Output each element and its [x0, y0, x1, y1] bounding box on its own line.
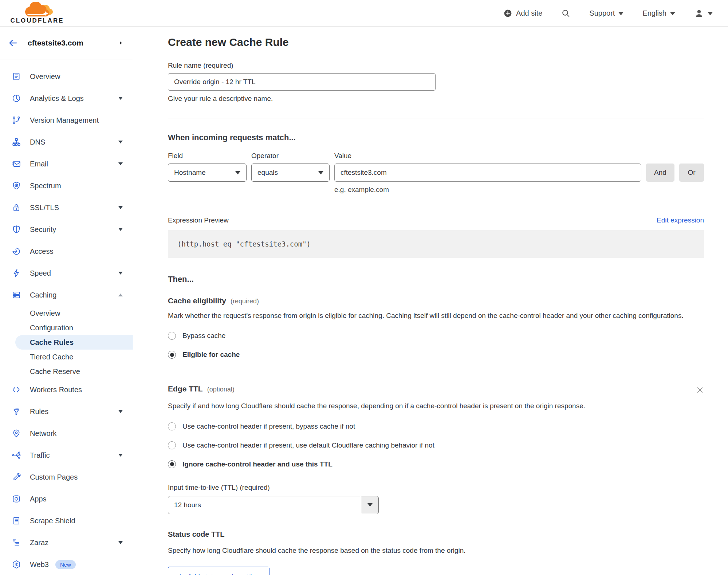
- sidebar-item-traffic[interactable]: Traffic: [0, 444, 133, 466]
- sidebar-item-speed[interactable]: Speed: [0, 262, 133, 284]
- location-pin-icon: [12, 429, 21, 438]
- radio-option-eligible-for-cache[interactable]: Eligible for cache: [168, 351, 704, 359]
- rule-name-hint: Give your rule a descriptive name.: [168, 95, 704, 103]
- radio-button-selected[interactable]: [168, 351, 176, 359]
- operator-label: Operator: [251, 152, 330, 160]
- back-arrow-icon[interactable]: [8, 38, 18, 48]
- filter-funnel-icon: [12, 407, 21, 416]
- sitemap-icon: [12, 137, 21, 147]
- ttl-input-label: Input time-to-live (TTL) (required): [168, 484, 704, 492]
- sidebar-subitem-label: Tiered Cache: [30, 353, 73, 361]
- support-menu[interactable]: Support: [589, 9, 623, 17]
- sidebar: cftestsite3.com Overview Analytics & Log…: [0, 27, 133, 575]
- radio-option-bypass-if-no-header[interactable]: Use cache-control header if present, byp…: [168, 422, 704, 430]
- sidebar-item-label: Version Management: [30, 116, 99, 125]
- sidebar-item-apps[interactable]: Apps: [0, 488, 133, 510]
- radio-button[interactable]: [168, 441, 176, 449]
- radio-button[interactable]: [168, 332, 176, 340]
- chevron-down-icon: [708, 12, 713, 15]
- radio-label[interactable]: Use cache-control header if present, use…: [182, 441, 434, 449]
- sidebar-subitem-label: Configuration: [30, 324, 73, 332]
- sidebar-item-caching[interactable]: Caching: [0, 284, 133, 306]
- sidebar-item-ssl-tls[interactable]: SSL/TLS: [0, 197, 133, 218]
- chevron-down-icon: [618, 12, 623, 15]
- sidebar-item-label: Traffic: [30, 451, 50, 460]
- radio-option-ignore-header-use-ttl[interactable]: Ignore cache-control header and use this…: [168, 460, 704, 468]
- cache-eligibility-description: Mark whether the request's response from…: [168, 310, 704, 321]
- radio-button-selected[interactable]: [168, 460, 176, 468]
- cache-eligibility-heading: Cache eligibility: [168, 296, 226, 305]
- ttl-select-arrow-button[interactable]: [361, 496, 378, 514]
- radio-option-bypass-cache[interactable]: Bypass cache: [168, 332, 704, 340]
- value-input[interactable]: [334, 164, 641, 182]
- close-icon: [696, 386, 704, 394]
- cloudflare-logo[interactable]: CLOUDFLARE: [7, 2, 68, 24]
- sidebar-item-label: DNS: [30, 138, 45, 146]
- sidebar-item-label: Network: [30, 429, 56, 438]
- sidebar-subitem-configuration[interactable]: Configuration: [0, 320, 133, 335]
- add-status-code-setting-label: Add status code setting: [188, 573, 260, 575]
- radio-label[interactable]: Use cache-control header if present, byp…: [182, 422, 355, 430]
- sidebar-item-network[interactable]: Network: [0, 422, 133, 444]
- sidebar-item-version-management[interactable]: Version Management: [0, 109, 133, 131]
- field-select-value: Hostname: [174, 169, 206, 177]
- ttl-select[interactable]: 12 hours: [168, 496, 379, 514]
- cloudflare-wordmark: CLOUDFLARE: [10, 17, 64, 24]
- sidebar-subitem-tiered-cache[interactable]: Tiered Cache: [0, 350, 133, 364]
- site-switcher[interactable]: cftestsite3.com: [0, 27, 133, 59]
- lightning-bolt-icon: [12, 268, 21, 278]
- add-status-code-setting-button[interactable]: + Add status code setting: [168, 567, 269, 575]
- chevron-right-icon: [118, 40, 123, 46]
- sidebar-item-rules[interactable]: Rules: [0, 401, 133, 422]
- expression-preview-label: Expression Preview: [168, 216, 229, 224]
- sidebar-item-zaraz[interactable]: Zaraz: [0, 532, 133, 554]
- radio-label[interactable]: Bypass cache: [182, 332, 225, 340]
- cache-eligibility-heading-row: Cache eligibility (required): [168, 296, 704, 305]
- radio-button[interactable]: [168, 422, 176, 430]
- sidebar-item-spectrum[interactable]: Spectrum: [0, 175, 133, 197]
- account-menu[interactable]: [694, 8, 713, 18]
- sidebar-item-overview[interactable]: Overview: [0, 66, 133, 87]
- radio-label[interactable]: Eligible for cache: [182, 351, 240, 359]
- search-button[interactable]: [561, 9, 570, 18]
- edge-ttl-description: Specify if and how long Cloudflare shoul…: [168, 401, 598, 411]
- sidebar-item-label: Analytics & Logs: [30, 94, 84, 103]
- radio-label[interactable]: Ignore cache-control header and use this…: [182, 460, 332, 468]
- field-select[interactable]: Hostname: [168, 164, 247, 182]
- radio-option-default-caching-behavior[interactable]: Use cache-control header if present, use…: [168, 441, 704, 449]
- sidebar-item-workers-routes[interactable]: Workers Routes: [0, 379, 133, 401]
- field-label: Field: [168, 152, 247, 160]
- sidebar-item-dns[interactable]: DNS: [0, 131, 133, 153]
- sidebar-subitem-cache-rules[interactable]: Cache Rules: [15, 335, 133, 350]
- remove-edge-ttl-button[interactable]: [696, 386, 704, 395]
- sidebar-item-web3[interactable]: Web3 New: [0, 554, 133, 575]
- envelope-icon: [12, 159, 21, 169]
- sidebar-subitem-caching-overview[interactable]: Overview: [0, 306, 133, 320]
- add-site-button[interactable]: Add site: [503, 9, 542, 18]
- sidebar-item-label: Apps: [30, 495, 47, 503]
- status-code-ttl-description: Specify how long Cloudflare should cache…: [168, 545, 704, 556]
- sidebar-item-analytics-logs[interactable]: Analytics & Logs: [0, 87, 133, 109]
- sidebar-item-security[interactable]: Security: [0, 218, 133, 240]
- sidebar-item-scrape-shield[interactable]: Scrape Shield: [0, 510, 133, 532]
- sidebar-subitem-cache-reserve[interactable]: Cache Reserve: [0, 364, 133, 379]
- rule-name-input[interactable]: [168, 73, 436, 91]
- language-label: English: [642, 9, 666, 17]
- sidebar-item-email[interactable]: Email: [0, 153, 133, 175]
- operator-select[interactable]: equals: [251, 164, 330, 182]
- language-menu[interactable]: English: [642, 9, 675, 17]
- share-network-icon: [12, 450, 21, 460]
- sidebar-item-access[interactable]: Access: [0, 240, 133, 262]
- sidebar-item-label: Caching: [30, 291, 56, 299]
- and-button[interactable]: And: [646, 164, 674, 182]
- section-divider: [168, 372, 704, 372]
- rule-name-label: Rule name (required): [168, 62, 704, 70]
- pie-chart-icon: [12, 94, 21, 103]
- wrench-icon: [12, 472, 21, 482]
- or-button[interactable]: Or: [679, 164, 704, 182]
- sidebar-item-custom-pages[interactable]: Custom Pages: [0, 466, 133, 488]
- sidebar-item-label: Web3: [30, 560, 49, 569]
- sidebar-subitem-label: Cache Rules: [30, 338, 74, 347]
- top-bar: CLOUDFLARE Add site Support English: [0, 0, 728, 27]
- edit-expression-link[interactable]: Edit expression: [657, 216, 704, 224]
